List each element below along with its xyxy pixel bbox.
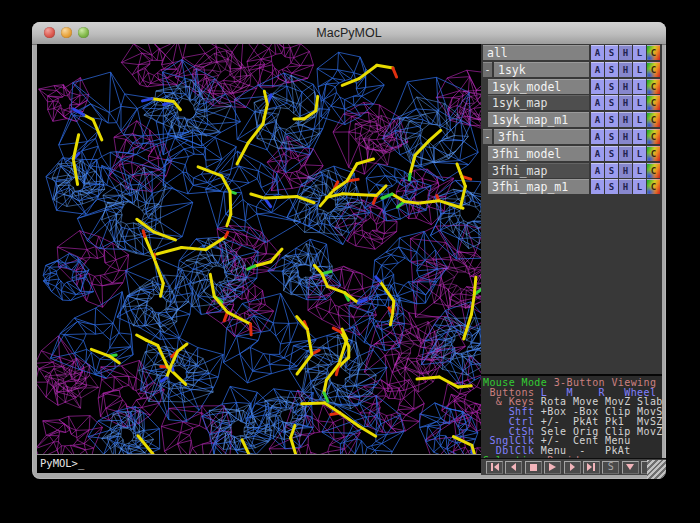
action-button-a[interactable]: A bbox=[591, 163, 604, 178]
object-row: 1syk_mapASHLC bbox=[483, 95, 660, 110]
object-name[interactable]: 3fhi_model bbox=[488, 146, 589, 161]
command-prompt[interactable]: PyMOL>_ bbox=[37, 455, 481, 472]
resize-grip[interactable] bbox=[647, 460, 666, 479]
object-row: 3fhi_modelASHLC bbox=[483, 146, 660, 161]
action-button-h[interactable]: H bbox=[619, 112, 632, 127]
action-button-s[interactable]: S bbox=[605, 45, 618, 60]
playback-bar: SF bbox=[481, 458, 666, 475]
title-bar[interactable]: MacPyMOL bbox=[32, 22, 666, 45]
action-button-a[interactable]: A bbox=[591, 79, 604, 94]
mouse-mode-panel: Mouse Mode 3-Button Viewing Buttons L M … bbox=[481, 374, 662, 458]
action-button-h[interactable]: H bbox=[619, 146, 632, 161]
action-button-c[interactable]: C bbox=[647, 95, 660, 110]
action-button-a[interactable]: A bbox=[591, 95, 604, 110]
action-button-s[interactable]: S bbox=[605, 79, 618, 94]
object-row: 3fhi_mapASHLC bbox=[483, 163, 660, 178]
action-button-l[interactable]: L bbox=[633, 163, 646, 178]
stop-button[interactable] bbox=[525, 461, 542, 474]
window-title: MacPyMOL bbox=[32, 26, 666, 40]
action-button-c[interactable]: C bbox=[647, 129, 660, 144]
object-name[interactable]: 1syk_map bbox=[488, 95, 589, 110]
action-button-s[interactable]: S bbox=[605, 163, 618, 178]
action-button-s[interactable]: S bbox=[605, 129, 618, 144]
action-button-s[interactable]: S bbox=[605, 146, 618, 161]
object-name[interactable]: 1syk bbox=[494, 62, 589, 77]
object-name[interactable]: 3fhi bbox=[494, 129, 589, 144]
object-name[interactable]: 3fhi_map_m1 bbox=[488, 179, 589, 194]
menu-down-button[interactable] bbox=[622, 461, 639, 474]
object-name[interactable]: 3fhi_map bbox=[488, 163, 589, 178]
collapse-toggle[interactable]: - bbox=[483, 62, 492, 77]
right-panel: allASHLC-1sykASHLC1syk_modelASHLC1syk_ma… bbox=[481, 44, 662, 472]
action-button-s[interactable]: S bbox=[605, 179, 618, 194]
object-row: allASHLC bbox=[483, 45, 660, 60]
viewport-3d[interactable] bbox=[37, 44, 481, 454]
action-button-h[interactable]: H bbox=[619, 95, 632, 110]
action-button-a[interactable]: A bbox=[591, 62, 604, 77]
screen: MacPyMOL PyMOL>_ allASHLC-1sykASHLC1syk_… bbox=[0, 0, 700, 523]
action-button-l[interactable]: L bbox=[633, 112, 646, 127]
object-row: -3fhiASHLC bbox=[483, 129, 660, 144]
macpymol-window: MacPyMOL PyMOL>_ allASHLC-1sykASHLC1syk_… bbox=[32, 22, 666, 479]
action-button-c[interactable]: C bbox=[647, 179, 660, 194]
command-line[interactable]: PyMOL>_ bbox=[37, 454, 481, 473]
step-back-button[interactable] bbox=[505, 461, 522, 474]
action-button-s[interactable]: S bbox=[605, 95, 618, 110]
object-row: 1syk_modelASHLC bbox=[483, 79, 660, 94]
object-name[interactable]: 1syk_model bbox=[488, 79, 589, 94]
object-row: 3fhi_map_m1ASHLC bbox=[483, 179, 660, 194]
action-button-c[interactable]: C bbox=[647, 79, 660, 94]
object-name[interactable]: all bbox=[483, 45, 589, 60]
object-row: -1sykASHLC bbox=[483, 62, 660, 77]
play-button[interactable] bbox=[544, 461, 561, 474]
action-button-a[interactable]: A bbox=[591, 45, 604, 60]
action-button-c[interactable]: C bbox=[647, 62, 660, 77]
action-button-h[interactable]: H bbox=[619, 79, 632, 94]
action-button-l[interactable]: L bbox=[633, 45, 646, 60]
action-button-l[interactable]: L bbox=[633, 129, 646, 144]
action-button-l[interactable]: L bbox=[633, 179, 646, 194]
scene-button[interactable]: S bbox=[602, 461, 619, 474]
action-button-l[interactable]: L bbox=[633, 79, 646, 94]
step-forward-button[interactable] bbox=[564, 461, 581, 474]
action-button-s[interactable]: S bbox=[605, 112, 618, 127]
object-name[interactable]: 1syk_map_m1 bbox=[488, 112, 589, 127]
go-to-end-button[interactable] bbox=[583, 461, 600, 474]
molecule-density-canvas[interactable] bbox=[37, 44, 481, 454]
action-button-l[interactable]: L bbox=[633, 62, 646, 77]
action-button-c[interactable]: C bbox=[647, 45, 660, 60]
action-button-l[interactable]: L bbox=[633, 146, 646, 161]
action-button-h[interactable]: H bbox=[619, 163, 632, 178]
collapse-toggle[interactable]: - bbox=[483, 129, 492, 144]
object-row: 1syk_map_m1ASHLC bbox=[483, 112, 660, 127]
action-button-c[interactable]: C bbox=[647, 112, 660, 127]
action-button-a[interactable]: A bbox=[591, 112, 604, 127]
action-button-a[interactable]: A bbox=[591, 146, 604, 161]
action-button-h[interactable]: H bbox=[619, 129, 632, 144]
action-button-a[interactable]: A bbox=[591, 129, 604, 144]
action-button-s[interactable]: S bbox=[605, 62, 618, 77]
action-button-h[interactable]: H bbox=[619, 179, 632, 194]
action-button-l[interactable]: L bbox=[633, 95, 646, 110]
go-to-start-button[interactable] bbox=[486, 461, 503, 474]
action-button-c[interactable]: C bbox=[647, 163, 660, 178]
object-list: allASHLC-1sykASHLC1syk_modelASHLC1syk_ma… bbox=[481, 44, 662, 194]
action-button-h[interactable]: H bbox=[619, 45, 632, 60]
action-button-a[interactable]: A bbox=[591, 179, 604, 194]
action-button-c[interactable]: C bbox=[647, 146, 660, 161]
action-button-h[interactable]: H bbox=[619, 62, 632, 77]
